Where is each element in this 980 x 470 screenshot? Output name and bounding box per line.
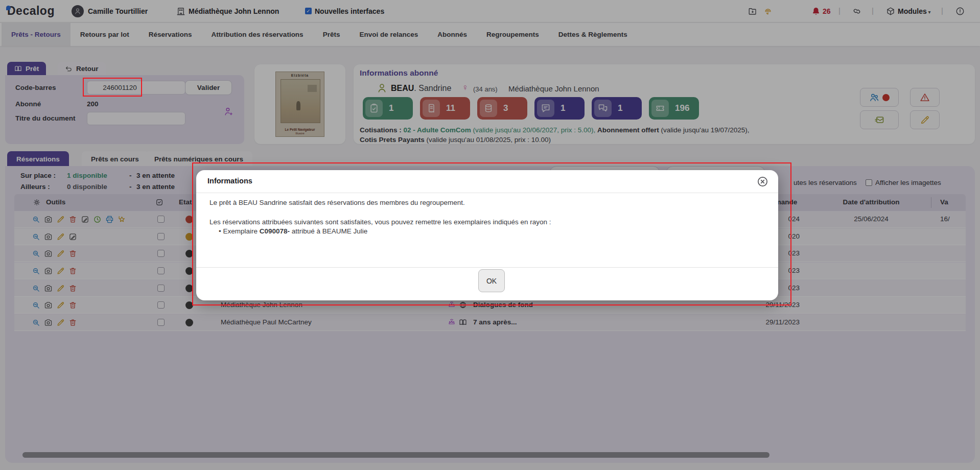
- modal-bullet: • Exemplaire C090078- attribué à BEAUME …: [219, 227, 367, 235]
- modal-line1: Le prêt à BEAU Sandrine satisfait des ré…: [209, 199, 465, 206]
- modal-title: Informations: [207, 177, 252, 185]
- informations-modal: Informations Le prêt à BEAU Sandrine sat…: [196, 170, 778, 300]
- ok-button[interactable]: OK: [478, 269, 505, 292]
- close-icon[interactable]: [757, 176, 768, 187]
- modal-line2: Les réservations attribuées suivantes so…: [209, 218, 551, 226]
